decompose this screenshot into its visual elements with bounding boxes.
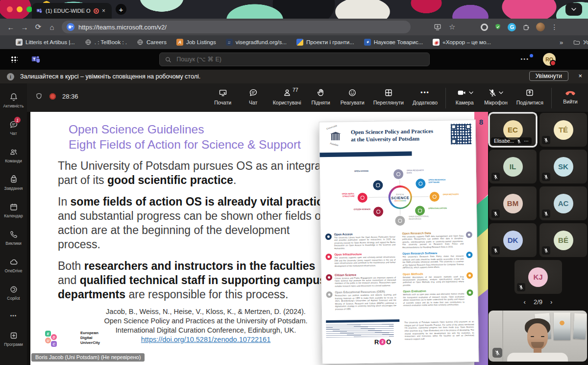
educ-logo: E D U C European Digital UniverCity [45, 331, 100, 348]
minimize-window-button[interactable] [17, 6, 23, 12]
next-page-button[interactable]: › [550, 298, 552, 306]
browser-tab[interactable]: (1) EDUC-WIDE OS Semin × [32, 3, 112, 19]
bookmarks-overflow-button[interactable]: » [560, 39, 563, 46]
more-button[interactable]: •••Додатково [409, 86, 441, 107]
sidebar-item-assignments[interactable]: Завдання [0, 169, 27, 196]
reload-button[interactable]: ⟳ [31, 23, 45, 31]
mic-muted-icon [488, 88, 497, 97]
sidebar-item-chat[interactable]: Чат1 [0, 114, 27, 141]
sidebar-item-copilot[interactable]: Copilot [0, 279, 27, 306]
poster-summary: The University of Potsdam supports Open … [404, 320, 474, 341]
sidebar-item-onedrive[interactable]: OneDrive [0, 251, 27, 279]
camera-button[interactable]: Камера [450, 86, 479, 107]
participant-tile[interactable]: BÉ [539, 223, 587, 257]
view-button[interactable]: Переглянути [369, 86, 408, 107]
bookmark-item[interactable]: ✦Наукове Товарис... [364, 39, 423, 46]
poster-section: Open Educational Resources (OER)Research… [326, 290, 396, 311]
close-window-button[interactable] [7, 6, 13, 12]
browser-menu-icon[interactable]: ⋮ [551, 23, 558, 31]
banner-close-button[interactable]: × [578, 72, 582, 79]
bookmark-item[interactable]: AJob Listings [176, 39, 216, 46]
chevron-down-icon[interactable] [469, 91, 473, 94]
extension-circle-icon[interactable] [481, 24, 488, 31]
notification-banner: i Залишайтеся в курсі – увімкніть сповіщ… [0, 70, 588, 83]
bookmark-item[interactable]: . : TelBook : . [85, 39, 127, 46]
open-research-software-node [415, 178, 426, 189]
profile-avatar[interactable] [536, 23, 545, 31]
participant-tile[interactable]: DK [489, 223, 537, 257]
slide-body: The University of Potsdam pursues OS as … [58, 159, 335, 309]
sidebar-item-apps[interactable]: Програми [0, 325, 27, 352]
sidebar-more-button[interactable]: ••• [10, 306, 17, 325]
home-button[interactable]: ⌂ [45, 23, 59, 31]
participants-button[interactable]: 77Користувачі [269, 86, 305, 107]
participant-tile[interactable]: TÉ [539, 113, 587, 147]
omnibox[interactable]: https://teams.microsoft.com/v2/ [62, 21, 411, 33]
extensions-puzzle-icon[interactable] [522, 23, 530, 31]
tile-more-button[interactable]: ⋯ [524, 138, 529, 144]
teams-profile-avatar[interactable]: RO [543, 53, 556, 66]
folder-icon [573, 39, 580, 46]
participant-tile[interactable]: SK [539, 150, 587, 183]
bookmark-star-icon[interactable]: ☆ [449, 23, 455, 31]
all-bookmarks-button[interactable]: Усі закладки [573, 39, 588, 46]
prev-page-button[interactable]: ‹ [524, 298, 526, 306]
bookmark-item[interactable]: Careers [137, 39, 167, 46]
backpack-icon [9, 175, 19, 184]
participant-tile[interactable]: KJ [514, 260, 562, 294]
enable-notifications-button[interactable]: Увімкнути [529, 71, 568, 81]
avatar: IL [503, 157, 523, 177]
tab-close-button[interactable]: × [102, 7, 105, 14]
chevron-down-icon[interactable] [499, 91, 503, 94]
participants-count: 77 [293, 87, 298, 93]
bookmark-item[interactable]: ::visegradfund.org/s... [226, 39, 287, 46]
adblock-shield-icon[interactable] [494, 23, 502, 31]
self-video-tile[interactable] [489, 311, 587, 362]
teams-waffle-icon[interactable] [11, 56, 18, 63]
sidebar-item-calls[interactable]: Виклики [0, 224, 27, 251]
teams-search-box[interactable] [159, 52, 430, 66]
bookmark-item[interactable]: ▣Litteris et Artibus |... [16, 39, 75, 46]
citizen-science-node [372, 206, 384, 217]
participant-tile[interactable]: EC Elisabe... ⋯ [489, 113, 537, 147]
sidebar-item-teams[interactable]: Команди [0, 141, 27, 169]
sidebar-item-activity[interactable]: Активність [0, 86, 27, 114]
header-more-button[interactable]: ••• [520, 56, 529, 62]
sidebar-item-calendar[interactable]: Календар [0, 196, 27, 224]
share-button[interactable]: Поділитися [513, 86, 547, 107]
participant-tile[interactable]: BM [489, 186, 537, 220]
macos-traffic-lights[interactable] [7, 6, 32, 12]
react-button[interactable]: Реагувати [337, 86, 368, 107]
mic-muted-icon [491, 173, 500, 181]
leave-button[interactable]: Вийти [556, 86, 585, 106]
tab-overflow-button[interactable] [565, 3, 582, 16]
participant-tile[interactable]: AC [539, 186, 587, 220]
bookmarks-bar: ▣Litteris et Artibus |... . : TelBook : … [0, 35, 588, 49]
forward-button[interactable]: → [18, 23, 31, 31]
bookmark-item[interactable]: Проекти і гранти... [296, 39, 354, 46]
page-indicator: 2/9 [534, 298, 542, 306]
start-share-button[interactable]: Почати [208, 86, 238, 107]
security-shield-icon [35, 92, 43, 101]
new-tab-button[interactable]: + [116, 4, 126, 15]
calendar-icon [9, 202, 19, 212]
doi-link[interactable]: https://doi.org/10.5281/zenodo.10722161 [141, 336, 270, 343]
raise-hand-button[interactable]: Підняти [306, 86, 336, 107]
mic-muted-icon [492, 348, 502, 358]
screen: (1) EDUC-WIDE OS Semin × + ← → ⟳ ⌂ https… [0, 0, 588, 365]
back-button[interactable]: ← [4, 23, 18, 31]
avatar: KJ [528, 267, 548, 287]
install-app-icon[interactable] [433, 23, 442, 31]
open-science-diagram: OPEN ACCESS OPEN RESEARCH DATA OPEN RESE… [320, 156, 477, 231]
chat-button[interactable]: Чат [239, 86, 268, 107]
url-text[interactable]: https://teams.microsoft.com/v2/ [78, 24, 167, 31]
more-dots-icon: ••• [420, 88, 430, 98]
google-extension-icon[interactable]: G [508, 23, 516, 31]
mic-button[interactable]: Мікрофон [480, 86, 512, 107]
browser-tab-strip: (1) EDUC-WIDE OS Semin × + [0, 0, 588, 19]
cloud-icon [9, 257, 19, 267]
building-icon [331, 134, 340, 140]
participant-tile[interactable]: IL [489, 150, 537, 183]
bookmark-item[interactable]: ◉«Хоррор – це мо... [433, 39, 491, 46]
search-input[interactable] [175, 55, 424, 63]
